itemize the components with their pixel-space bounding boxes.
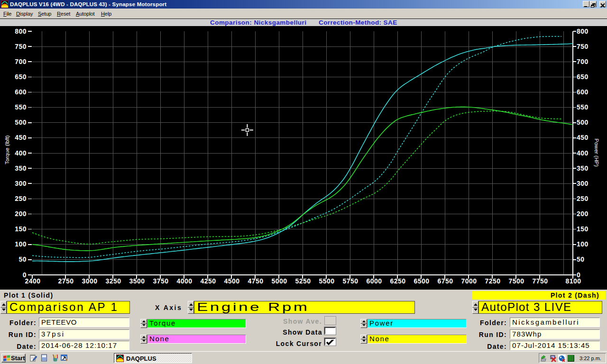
svg-text:3750: 3750 <box>153 277 168 285</box>
svg-text:5750: 5750 <box>342 277 358 285</box>
svg-text:2400: 2400 <box>25 277 40 285</box>
svg-text:6000: 6000 <box>366 277 382 285</box>
svg-text:550: 550 <box>15 103 27 111</box>
svg-text:350: 350 <box>577 164 589 172</box>
svg-text:5500: 5500 <box>319 277 334 285</box>
svg-text:200: 200 <box>15 210 27 218</box>
svg-text:300: 300 <box>577 180 589 187</box>
svg-text:150: 150 <box>15 225 27 233</box>
svg-text:3250: 3250 <box>105 277 121 285</box>
svg-text:700: 700 <box>15 58 27 65</box>
svg-text:2750: 2750 <box>58 277 74 285</box>
svg-text:7500: 7500 <box>508 277 524 285</box>
svg-text:550: 550 <box>577 103 589 111</box>
svg-text:6250: 6250 <box>390 277 405 285</box>
svg-text:250: 250 <box>15 195 27 202</box>
svg-text:7750: 7750 <box>532 277 548 285</box>
svg-text:4250: 4250 <box>200 277 216 285</box>
svg-text:750: 750 <box>577 43 589 50</box>
svg-text:50: 50 <box>18 255 27 263</box>
svg-text:5000: 5000 <box>271 277 287 285</box>
svg-text:400: 400 <box>15 149 27 157</box>
svg-text:450: 450 <box>577 134 589 141</box>
svg-text:150: 150 <box>577 225 589 233</box>
svg-text:250: 250 <box>577 195 589 202</box>
svg-text:100: 100 <box>577 240 589 248</box>
svg-text:Power (HP): Power (HP) <box>594 138 599 167</box>
svg-text:650: 650 <box>577 73 589 81</box>
svg-text:Torque (lbft): Torque (lbft) <box>4 135 10 164</box>
svg-text:750: 750 <box>15 43 27 50</box>
svg-text:450: 450 <box>15 134 27 141</box>
svg-text:300: 300 <box>15 180 27 187</box>
svg-text:600: 600 <box>577 88 589 96</box>
svg-text:800: 800 <box>15 27 27 35</box>
svg-text:5250: 5250 <box>295 277 311 285</box>
svg-text:4750: 4750 <box>248 277 263 285</box>
svg-text:7250: 7250 <box>485 277 500 285</box>
svg-text:600: 600 <box>15 88 27 96</box>
svg-text:500: 500 <box>577 118 589 126</box>
svg-text:200: 200 <box>577 210 589 218</box>
svg-text:400: 400 <box>577 149 589 157</box>
svg-text:650: 650 <box>15 73 27 81</box>
svg-text:500: 500 <box>15 118 27 126</box>
svg-text:350: 350 <box>15 164 27 172</box>
svg-text:8100: 8100 <box>565 277 581 285</box>
svg-text:7000: 7000 <box>461 277 477 285</box>
svg-text:3000: 3000 <box>82 277 97 285</box>
svg-text:6750: 6750 <box>437 277 453 285</box>
svg-text:50: 50 <box>577 255 585 263</box>
svg-text:100: 100 <box>15 240 27 248</box>
svg-text:700: 700 <box>577 58 589 65</box>
svg-text:800: 800 <box>577 27 589 35</box>
svg-text:3500: 3500 <box>129 277 145 285</box>
svg-text:6500: 6500 <box>414 277 429 285</box>
svg-text:4500: 4500 <box>224 277 239 285</box>
svg-text:4000: 4000 <box>176 277 192 285</box>
